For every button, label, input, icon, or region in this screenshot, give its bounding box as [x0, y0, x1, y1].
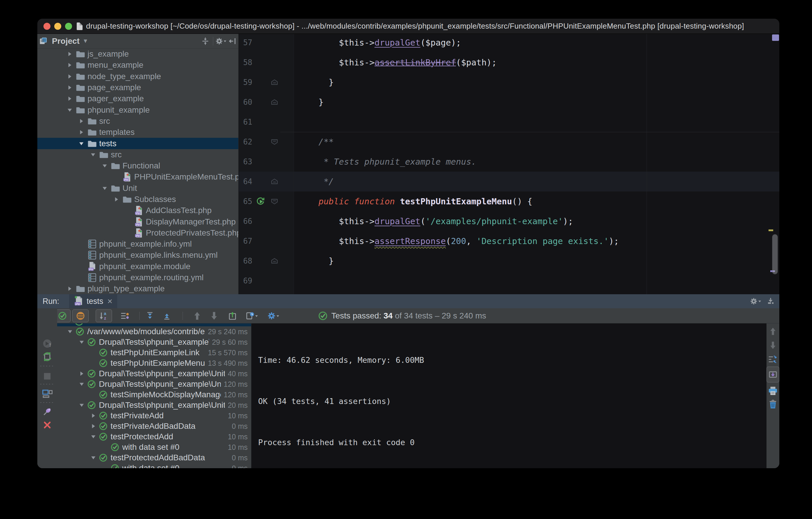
project-tree-item-src[interactable]: src [37, 149, 238, 160]
fold-marker-icon[interactable] [269, 178, 280, 185]
chevron-collapsed-icon[interactable] [65, 62, 75, 68]
rerun-failed-tests-button[interactable]: ! [41, 338, 54, 349]
pin-tab-button[interactable] [41, 406, 54, 417]
test-tree-row[interactable]: Drupal\Tests\phpunit_example\Fu29 s 60 m… [57, 337, 251, 347]
chevron-collapsed-icon[interactable] [65, 73, 75, 80]
project-tree-item-displaymanagertest-php[interactable]: phpDisplayManagerTest.php [37, 216, 238, 227]
test-options-gear-button[interactable] [265, 309, 281, 322]
chevron-collapsed-icon[interactable] [77, 129, 86, 135]
project-tree-item-node-type-example[interactable]: node_type_example [37, 71, 238, 82]
project-tree-item-pager-example[interactable]: pager_example [37, 93, 238, 104]
test-tree-row[interactable]: testPhpUnitExampleMenu13 s 490 ms [57, 358, 251, 368]
chevron-collapsed-icon[interactable] [88, 412, 98, 419]
chevron-expanded-icon[interactable] [100, 185, 110, 191]
selected-row-partial[interactable] [57, 323, 251, 326]
editor-scrollbar[interactable] [772, 234, 778, 274]
test-tree-row[interactable]: /var/www/web/modules/contrib/exa29 s 240… [57, 326, 251, 337]
chevron-collapsed-icon[interactable] [65, 84, 75, 91]
chevron-expanded-icon[interactable] [77, 140, 86, 147]
project-tree-item-menu-example[interactable]: menu_example [37, 59, 238, 71]
fold-marker-icon[interactable] [269, 99, 280, 106]
test-tree-row[interactable]: Drupal\Tests\phpunit_example\Unit\A40 ms [57, 368, 251, 379]
project-tree-item-phpunit-example-links-menu-yml[interactable]: phpunit_example.links.menu.yml [37, 250, 238, 261]
test-tree-row[interactable]: Drupal\Tests\phpunit_example\Unit\D120 m… [57, 379, 251, 389]
chevron-collapsed-icon[interactable] [77, 371, 87, 377]
previous-occurrence-button[interactable] [190, 309, 204, 322]
minimize-window-button[interactable] [54, 23, 61, 30]
chevron-expanded-icon[interactable] [77, 339, 87, 345]
stop-button[interactable] [41, 371, 54, 382]
project-tree-item-phpunit-example-module[interactable]: phpphpunit_example.module [37, 261, 238, 272]
test-tree-row[interactable]: Drupal\Tests\phpunit_example\Unit\P20 ms [57, 400, 251, 410]
chevron-expanded-icon[interactable] [65, 107, 75, 113]
chevron-expanded-icon[interactable] [88, 434, 98, 440]
zoom-window-button[interactable] [65, 23, 72, 30]
close-icon[interactable]: × [107, 296, 113, 306]
sort-by-duration-button[interactable] [117, 309, 133, 322]
project-tree-item-templates[interactable]: templates [37, 127, 238, 138]
project-tree-item-phpunit-example[interactable]: phpunit_example [37, 104, 238, 115]
print-button[interactable] [766, 385, 779, 397]
chevron-collapsed-icon[interactable] [111, 196, 121, 202]
test-passed-run-icon[interactable] [252, 196, 269, 207]
chevron-expanded-icon[interactable] [65, 328, 75, 335]
run-tab-tests[interactable]: php tests × [69, 294, 117, 308]
chevron-collapsed-icon[interactable] [65, 285, 75, 292]
fold-marker-icon[interactable] [269, 79, 280, 86]
chevron-expanded-icon[interactable] [77, 402, 87, 408]
collapse-all-button[interactable] [200, 36, 211, 47]
expand-all-button[interactable] [143, 309, 157, 322]
fold-marker-icon[interactable] [269, 198, 280, 205]
close-run-panel-button[interactable] [41, 419, 54, 431]
chevron-collapsed-icon[interactable] [88, 423, 98, 429]
restore-layout-button[interactable] [41, 388, 54, 399]
test-tree-row[interactable]: testPrivateAddBadData0 ms [57, 421, 251, 431]
code-editor[interactable]: 57 $this->drupalGet($page);58 $this->ass… [239, 34, 779, 294]
up-stacktrace-button[interactable] [766, 326, 779, 337]
next-occurrence-button[interactable] [207, 309, 221, 322]
soft-wrap-button[interactable] [766, 354, 779, 365]
inspection-status-widget[interactable] [772, 34, 779, 41]
test-tree-row[interactable]: testProtectedAdd10 ms [57, 431, 251, 442]
chevron-collapsed-icon[interactable] [65, 51, 75, 57]
project-tree-item-phpunit-example-routing-yml[interactable]: phpunit_example.routing.yml [37, 272, 238, 283]
fold-marker-icon[interactable] [269, 257, 280, 265]
fold-marker-icon[interactable] [269, 138, 280, 146]
project-tree-item-unit[interactable]: Unit [37, 183, 238, 194]
run-settings-gear-icon[interactable] [750, 296, 761, 306]
test-tree-row[interactable]: testSimpleMockDisplayManager120 ms [57, 389, 251, 400]
scroll-to-end-button[interactable] [766, 366, 779, 382]
test-console[interactable]: Time: 46.62 seconds, Memory: 6.00MB OK (… [252, 323, 766, 468]
toggle-auto-test-button[interactable] [41, 351, 54, 362]
test-tree-row[interactable]: testPhpUnitExampleLink15 s 570 ms [57, 347, 251, 358]
close-window-button[interactable] [44, 23, 51, 30]
show-ignored-toggle[interactable] [72, 309, 89, 322]
test-tree-row[interactable]: testPrivateAdd10 ms [57, 410, 251, 421]
project-tree-item-addclasstest-php[interactable]: phpAddClassTest.php [37, 205, 238, 216]
project-tree-item-src[interactable]: src [37, 116, 238, 127]
hide-panel-icon[interactable] [227, 36, 238, 47]
import-test-results-button[interactable] [226, 309, 239, 322]
test-tree-row[interactable]: with data set #00 ms [57, 463, 251, 468]
project-tree-item-phpunit-example-info-yml[interactable]: phpunit_example.info.yml [37, 239, 238, 250]
project-tree-item-functional[interactable]: Functional [37, 160, 238, 171]
clear-all-button[interactable] [766, 399, 779, 410]
chevron-expanded-icon[interactable] [88, 152, 98, 158]
test-tree-row[interactable]: with data set #010 ms [57, 442, 251, 453]
project-tree-item-protectedprivatestest-php[interactable]: phpProtectedPrivatesTest.php [37, 227, 238, 239]
project-tree-item-subclasses[interactable]: Subclasses [37, 194, 238, 205]
project-tree-item-tests[interactable]: tests [37, 138, 238, 149]
down-stacktrace-button[interactable] [766, 340, 779, 351]
project-tree-item-js-example[interactable]: js_example [37, 49, 238, 59]
gear-icon[interactable] [215, 36, 227, 47]
project-tree-item-phpunitexamplemenutest-php[interactable]: phpPHPUnitExampleMenuTest.php [37, 171, 238, 183]
chevron-collapsed-icon[interactable] [77, 118, 86, 124]
test-history-button[interactable] [243, 309, 260, 322]
chevron-down-icon[interactable]: ▼ [83, 38, 88, 44]
chevron-expanded-icon[interactable] [77, 381, 87, 387]
sort-alphabetically-toggle[interactable]: az [96, 309, 112, 322]
test-tree-row[interactable]: testProtectedAddBadData0 ms [57, 453, 251, 463]
chevron-expanded-icon[interactable] [88, 455, 98, 461]
collapse-all-button-run[interactable] [160, 309, 174, 322]
project-tree-item-plugin-type-example[interactable]: plugin_type_example [37, 283, 238, 294]
